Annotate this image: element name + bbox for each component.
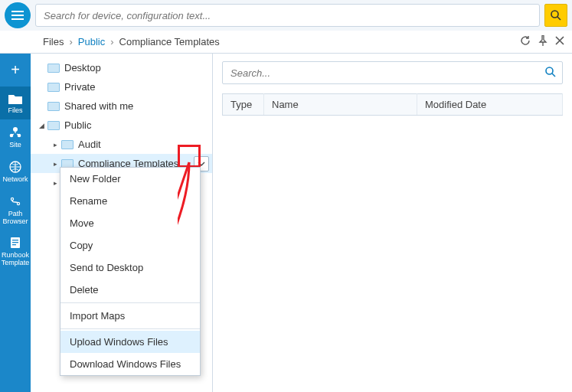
folder-icon [47, 102, 60, 111]
refresh-icon[interactable] [520, 35, 531, 48]
menu-separator [60, 328, 200, 329]
tree-item-desktop[interactable]: Desktop [31, 58, 212, 77]
nav-rail: + Files Site Network Path Browser Runboo… [0, 54, 31, 392]
nav-files[interactable]: Files [0, 87, 31, 119]
content-panel: Type Name Modified Date [213, 54, 572, 392]
folder-icon [61, 140, 74, 149]
expander-icon[interactable]: ▸ [51, 160, 60, 168]
tree-label: Shared with me [64, 100, 212, 112]
nav-network-label: Network [0, 176, 31, 184]
tree-label: Audit [78, 139, 212, 150]
context-menu: New Folder Rename Move Copy Send to Desk… [60, 167, 201, 376]
hamburger-menu[interactable] [5, 2, 31, 28]
nav-path-label: Path Browser [0, 211, 31, 226]
add-button[interactable]: + [11, 54, 20, 87]
tree-item-audit[interactable]: ▸ Audit [31, 135, 212, 154]
svg-rect-12 [12, 242, 18, 243]
folder-icon [47, 64, 60, 73]
ctx-upload-windows-files[interactable]: Upload Windows Files [60, 331, 200, 353]
global-search-button[interactable] [544, 4, 567, 27]
svg-rect-11 [12, 240, 18, 240]
breadcrumb-separator: › [110, 36, 113, 47]
expander-icon[interactable]: ▸ [51, 141, 60, 149]
menu-separator [60, 302, 200, 303]
ctx-rename[interactable]: Rename [60, 190, 200, 212]
svg-point-14 [546, 67, 553, 74]
file-table: Type Name Modified Date [222, 93, 563, 116]
svg-rect-13 [12, 244, 16, 245]
breadcrumb: Files › Public › Compliance Templates [0, 31, 572, 54]
ctx-send-desktop[interactable]: Send to Desktop [60, 256, 200, 279]
ctx-import-maps[interactable]: Import Maps [60, 305, 200, 327]
folder-icon [47, 121, 60, 130]
tree-label: Public [64, 119, 212, 131]
close-icon[interactable] [555, 36, 564, 47]
search-icon[interactable] [544, 66, 557, 80]
nav-runbook-label: Runbook Template [0, 252, 31, 267]
svg-point-2 [13, 127, 18, 132]
tree-label: Private [64, 81, 212, 93]
tree-item-shared[interactable]: Shared with me [31, 96, 212, 116]
svg-point-8 [11, 198, 13, 200]
ctx-delete[interactable]: Delete [60, 279, 200, 301]
breadcrumb-separator: › [69, 36, 72, 47]
nav-site-label: Site [0, 142, 31, 149]
svg-line-15 [552, 74, 555, 77]
nav-network[interactable]: Network [0, 154, 31, 188]
tree-label: Desktop [64, 62, 212, 74]
col-modified[interactable]: Modified Date [417, 94, 563, 116]
content-search-input[interactable] [222, 61, 563, 84]
folder-icon [47, 83, 60, 92]
col-name[interactable]: Name [264, 94, 417, 116]
tree-item-private[interactable]: Private [31, 77, 212, 96]
breadcrumb-leaf: Compliance Templates [119, 36, 220, 47]
nav-files-label: Files [0, 107, 31, 115]
tree-item-public[interactable]: ◢ Public [31, 116, 212, 135]
ctx-download-windows-files[interactable]: Download Windows Files [60, 353, 200, 375]
svg-line-1 [557, 17, 561, 20]
nav-runbook[interactable]: Runbook Template [0, 230, 31, 272]
col-type[interactable]: Type [223, 94, 264, 116]
svg-point-9 [18, 203, 19, 204]
ctx-copy[interactable]: Copy [60, 234, 200, 256]
ctx-new-folder[interactable]: New Folder [60, 168, 200, 190]
svg-point-0 [551, 11, 558, 18]
nav-path-browser[interactable]: Path Browser [0, 188, 31, 230]
expander-icon[interactable]: ◢ [37, 122, 46, 129]
global-search-input[interactable] [35, 4, 540, 27]
ctx-move[interactable]: Move [60, 212, 200, 234]
nav-site[interactable]: Site [0, 119, 31, 154]
breadcrumb-root[interactable]: Files [43, 36, 64, 47]
expander-icon[interactable]: ▸ [51, 179, 60, 187]
pin-icon[interactable] [538, 35, 547, 48]
breadcrumb-public[interactable]: Public [78, 36, 105, 47]
